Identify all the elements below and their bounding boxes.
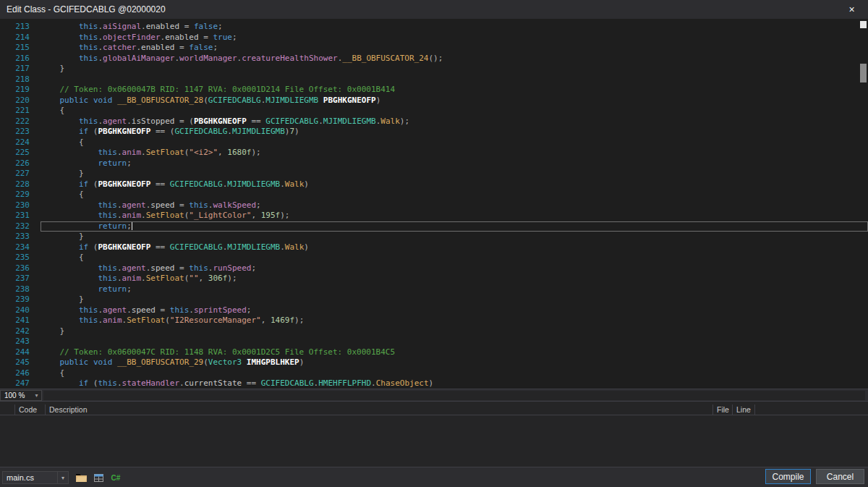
code-line[interactable]: 241 this.anim.SetFloat("I2ResourceManage… (0, 316, 868, 326)
code-line[interactable]: 227 } (0, 169, 868, 179)
line-number: 236 (0, 263, 41, 274)
line-number: 216 (0, 54, 41, 64)
code-text: } (41, 295, 868, 305)
line-number: 225 (0, 148, 41, 158)
code-line[interactable]: 225 this.anim.SetFloat("<i2>", 1680f); (0, 148, 868, 158)
compile-button[interactable]: Compile (765, 469, 811, 484)
code-line[interactable]: 235 { (0, 253, 868, 263)
code-text: if (this.stateHandler.currentState == GC… (41, 378, 868, 389)
code-text: this.anim.SetFloat("I2ResourceManager", … (41, 316, 868, 326)
code-line[interactable]: 213 this.aiSignal.enabled = false; (0, 22, 868, 33)
add-reference-button[interactable] (91, 471, 106, 484)
code-line[interactable]: 222 this.agent.isStopped = (PBGHKGNEOFP … (0, 117, 868, 127)
file-combo-value: main.cs (3, 473, 57, 482)
csharp-file-button[interactable]: C# (109, 471, 123, 484)
code-line[interactable]: 242 } (0, 326, 868, 337)
code-text: // Token: 0x0600047B RID: 1147 RVA: 0x00… (41, 85, 868, 96)
code-text: this.anim.SetFloat("_LightColor", 195f); (41, 211, 868, 221)
line-number: 232 (0, 221, 41, 232)
editor-vertical-scrollbar[interactable] (859, 19, 868, 389)
code-text: if (PBGHKGNEOFP == (GCIFEDCABLG.MJIMDLIE… (41, 127, 868, 137)
zoom-select[interactable]: 100 % ▾ (0, 390, 42, 401)
code-line[interactable]: 231 this.anim.SetFloat("_LightColor", 19… (0, 211, 868, 221)
code-line[interactable]: 218 (0, 75, 868, 85)
code-line[interactable]: 219 // Token: 0x0600047B RID: 1147 RVA: … (0, 85, 868, 96)
line-number: 219 (0, 85, 41, 96)
code-text: { (41, 137, 868, 148)
code-text: { (41, 106, 868, 117)
error-list-body[interactable] (0, 415, 868, 467)
code-line[interactable]: 237 this.anim.SetFloat("", 306f); (0, 274, 868, 284)
code-text: { (41, 253, 868, 263)
code-text: } (41, 64, 868, 75)
code-line[interactable]: 238 return; (0, 284, 868, 295)
code-text: if (PBGHKGNEOFP == GCIFEDCABLG.MJIMDLIEG… (41, 179, 868, 190)
code-line[interactable]: 217 } (0, 64, 868, 75)
column-header-spacer (755, 405, 868, 415)
code-text: return; (41, 221, 868, 232)
code-line[interactable]: 223 if (PBGHKGNEOFP == (GCIFEDCABLG.MJIM… (0, 127, 868, 137)
column-header-line[interactable]: Line (733, 405, 755, 415)
line-number: 223 (0, 127, 41, 137)
code-line[interactable]: 226 return; (0, 158, 868, 169)
line-number: 229 (0, 190, 41, 200)
code-line[interactable]: 229 { (0, 190, 868, 200)
column-header-description[interactable]: Description (46, 405, 713, 415)
line-number: 244 (0, 347, 41, 358)
close-icon[interactable]: × (835, 0, 868, 19)
column-header-code[interactable]: Code (15, 405, 46, 415)
code-line[interactable]: 220 public void __BB_OBFUSCATOR_28(GCIFE… (0, 96, 868, 106)
footer-toolbar: main.cs ▾ C# Compile Cancel (0, 467, 868, 487)
code-text: this.objectFinder.enabled = true; (41, 33, 868, 43)
code-line[interactable]: 228 if (PBGHKGNEOFP == GCIFEDCABLG.MJIMD… (0, 179, 868, 190)
code-line[interactable]: 215 this.catcher.enabled = false; (0, 43, 868, 54)
code-line[interactable]: 221 { (0, 106, 868, 117)
code-text: if (PBGHKGNEOFP == GCIFEDCABLG.MJIMDLIEG… (41, 242, 868, 253)
line-number: 218 (0, 75, 41, 85)
code-line[interactable]: 232 return; (0, 221, 868, 232)
column-header-file[interactable]: File (713, 405, 733, 415)
open-folder-icon (76, 473, 87, 482)
column-header-severity-icon[interactable] (0, 405, 15, 415)
code-line[interactable]: 240 this.agent.speed = this.sprintSpeed; (0, 305, 868, 316)
code-line[interactable]: 243 (0, 336, 868, 347)
code-line[interactable]: 224 { (0, 137, 868, 148)
file-combo[interactable]: main.cs ▾ (2, 471, 69, 484)
code-line[interactable]: 245 public void __BB_OBFUSCATOR_29(Vecto… (0, 357, 868, 368)
line-number: 228 (0, 179, 41, 190)
code-line[interactable]: 234 if (PBGHKGNEOFP == GCIFEDCABLG.MJIMD… (0, 242, 868, 253)
code-lines: 213 this.aiSignal.enabled = false;214 th… (0, 19, 868, 389)
line-number: 227 (0, 169, 41, 179)
editor-horizontal-scrollbar[interactable] (43, 391, 865, 400)
code-line[interactable]: 244 // Token: 0x0600047C RID: 1148 RVA: … (0, 347, 868, 358)
code-text: } (41, 326, 868, 337)
scrollbar-thumb[interactable] (860, 64, 867, 82)
code-editor[interactable]: 213 this.aiSignal.enabled = false;214 th… (0, 19, 868, 389)
code-line[interactable]: 214 this.objectFinder.enabled = true; (0, 33, 868, 43)
code-line[interactable]: 236 this.agent.speed = this.runSpeed; (0, 263, 868, 274)
scrollbar-top-marker[interactable] (860, 21, 867, 28)
code-line[interactable]: 233 } (0, 232, 868, 242)
code-line[interactable]: 246 { (0, 368, 868, 379)
line-number: 242 (0, 326, 41, 337)
cancel-button[interactable]: Cancel (816, 469, 864, 484)
text-caret (132, 221, 132, 230)
code-text: { (41, 368, 868, 379)
chevron-down-icon: ▾ (57, 472, 68, 483)
code-line[interactable]: 239 } (0, 295, 868, 305)
titlebar: Edit Class - GCIFEDCABLG @02000020 × (0, 0, 868, 19)
line-number: 238 (0, 284, 41, 295)
line-number: 243 (0, 336, 41, 347)
code-line[interactable]: 247 if (this.stateHandler.currentState =… (0, 378, 868, 389)
open-folder-button[interactable] (74, 471, 88, 484)
line-number: 246 (0, 368, 41, 379)
code-text: this.aiSignal.enabled = false; (41, 22, 868, 33)
code-text: this.anim.SetFloat("", 306f); (41, 274, 868, 284)
line-number: 230 (0, 200, 41, 211)
code-text: this.globalAiManager.worldManager.creatu… (41, 54, 868, 64)
line-number: 247 (0, 378, 41, 389)
code-text: return; (41, 284, 868, 295)
code-line[interactable]: 216 this.globalAiManager.worldManager.cr… (0, 54, 868, 64)
code-line[interactable]: 230 this.agent.speed = this.walkSpeed; (0, 200, 868, 211)
code-text: this.agent.isStopped = (PBGHKGNEOFP == G… (41, 117, 868, 127)
